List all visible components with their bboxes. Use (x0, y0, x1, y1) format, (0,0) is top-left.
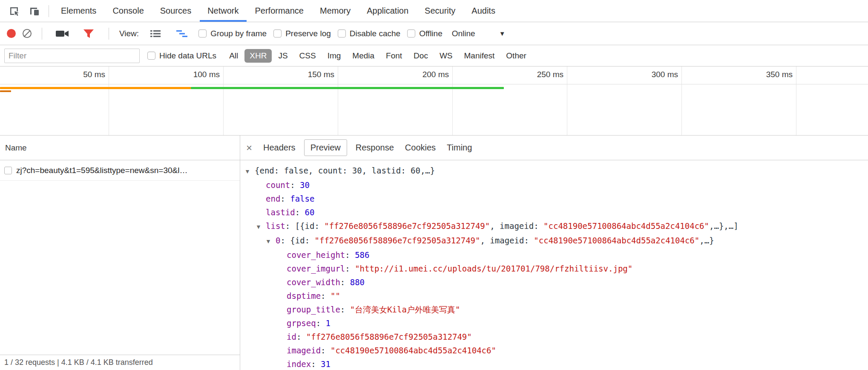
checkbox-icon (198, 29, 207, 38)
network-summary-bar: 1 / 32 requests | 4.1 KB / 4.1 KB transf… (0, 355, 240, 370)
tab-cookies[interactable]: Cookies (405, 140, 436, 156)
preview-line: count: 30 (240, 178, 868, 192)
summary-text: 1 / 32 requests | 4.1 KB / 4.1 KB transf… (4, 358, 153, 367)
tab-response[interactable]: Response (356, 140, 394, 156)
dropdown-caret-icon[interactable]: ▼ (499, 30, 506, 37)
preview-line: dsptime: "" (240, 289, 868, 303)
expander-icon[interactable]: ▼ (265, 234, 276, 248)
filter-other[interactable]: Other (501, 49, 532, 63)
json-key: end (266, 194, 280, 203)
preserve-log-checkbox[interactable]: Preserve log (273, 29, 331, 38)
tab-audits[interactable]: Audits (464, 0, 503, 22)
tab-application[interactable]: Application (359, 0, 416, 22)
overview-bar-small (0, 90, 11, 92)
filter-media[interactable]: Media (347, 49, 379, 63)
offline-checkbox[interactable]: Offline (407, 29, 443, 38)
list-view-icon (149, 29, 162, 39)
filter-doc[interactable]: Doc (408, 49, 433, 63)
json-plain: : (345, 264, 355, 273)
json-num: 30 (300, 180, 310, 190)
filter-css[interactable]: CSS (294, 49, 321, 63)
requests-list: zj?ch=beauty&t1=595&listtype=new&sn=30&l… (0, 160, 240, 355)
preview-tree: ▼{end: false, count: 30, lastid: 60,…}co… (240, 160, 868, 370)
json-str: "http://i1.umei.cc/uploads/tu/201701/798… (355, 264, 632, 273)
list-view-button[interactable] (146, 24, 165, 43)
json-key: cover_imgurl (287, 264, 345, 273)
filter-button[interactable] (79, 24, 98, 43)
filter-xhr[interactable]: XHR (244, 49, 272, 63)
tab-elements[interactable]: Elements (53, 0, 104, 22)
expander-icon[interactable]: ▼ (256, 220, 266, 234)
json-plain: , imageid: (490, 221, 543, 231)
overview-gridline (796, 66, 796, 135)
preview-line: cover_height: 586 (240, 248, 868, 262)
tab-security[interactable]: Security (417, 0, 463, 22)
checkbox-label: Hide data URLs (159, 51, 216, 61)
request-name: zj?ch=beauty&t1=595&listtype=new&sn=30&l… (16, 166, 187, 175)
json-key: cover_height (287, 250, 345, 260)
throttling-select[interactable]: Online (452, 29, 475, 38)
funnel-icon (83, 29, 94, 39)
request-block-checkbox[interactable] (4, 167, 12, 174)
request-details-panel: × Headers Preview Response Cookies Timin… (240, 136, 868, 370)
overview-gridline (452, 66, 453, 135)
checkbox-label: Disable cache (350, 29, 400, 38)
preview-line: group_title: "台湾美女Kila户外唯美写真" (240, 303, 868, 316)
json-str: "ff276e8056f58896e7cf92505a312749" (324, 221, 490, 231)
name-column-header[interactable]: Name (0, 136, 240, 160)
name-header-label: Name (5, 143, 27, 153)
tab-timing[interactable]: Timing (447, 140, 472, 156)
filter-js[interactable]: JS (273, 49, 293, 63)
clear-button[interactable] (23, 29, 32, 38)
network-overview[interactable]: 50 ms 100 ms 150 ms 200 ms 250 ms 300 ms… (0, 66, 868, 136)
checkbox-label: Preserve log (285, 29, 331, 38)
toolbar-separator (42, 28, 42, 40)
overview-tick-label: 50 ms (58, 70, 105, 79)
filter-ws[interactable]: WS (434, 49, 458, 63)
overview-tick-label: 250 ms (517, 70, 563, 79)
filter-input[interactable] (4, 49, 140, 63)
device-toolbar-button[interactable] (25, 1, 44, 21)
hide-data-urls-checkbox[interactable]: Hide data URLs (147, 51, 216, 61)
preview-line[interactable]: ▼0: {id: "ff276e8056f58896e7cf92505a3127… (240, 234, 868, 248)
json-bool: false (290, 194, 314, 203)
disable-cache-checkbox[interactable]: Disable cache (338, 29, 400, 38)
expander-icon[interactable]: ▼ (244, 165, 255, 178)
tab-performance[interactable]: Performance (247, 0, 312, 22)
tab-console[interactable]: Console (105, 0, 151, 22)
group-by-frame-checkbox[interactable]: Group by frame (198, 29, 267, 38)
json-plain: : (295, 208, 305, 217)
json-num: 586 (355, 250, 369, 260)
overview-gridline (338, 66, 338, 135)
json-plain: : (290, 180, 300, 190)
json-key: lastid (266, 208, 295, 217)
tab-sources[interactable]: Sources (152, 0, 199, 22)
overview-gridline (567, 66, 567, 135)
preview-line[interactable]: ▼{end: false, count: 30, lastid: 60,…} (240, 164, 868, 178)
device-toolbar-icon (29, 5, 40, 17)
preview-line[interactable]: ▼list: [{id: "ff276e8056f58896e7cf92505a… (240, 219, 868, 234)
json-num: 31 (321, 359, 331, 369)
json-key: cover_width (287, 278, 340, 287)
filter-font[interactable]: Font (381, 49, 407, 63)
request-row[interactable]: zj?ch=beauty&t1=595&listtype=new&sn=30&l… (0, 160, 240, 181)
capture-screenshots-button[interactable] (52, 24, 72, 43)
checkbox-label: Offline (419, 29, 443, 38)
checkbox-icon (338, 29, 346, 38)
overview-gridline (681, 66, 682, 135)
filter-img[interactable]: Img (322, 49, 346, 63)
checkbox-label: Group by frame (210, 29, 267, 38)
record-button[interactable] (7, 29, 16, 38)
inspect-element-button[interactable] (4, 1, 24, 21)
tab-preview[interactable]: Preview (304, 139, 347, 156)
tab-memory[interactable]: Memory (312, 0, 358, 22)
filter-all[interactable]: All (224, 49, 243, 63)
json-str: "cc48190e57100864abc4d55a2c4104c6" (331, 346, 496, 355)
close-details-button[interactable]: × (246, 143, 252, 153)
tab-headers[interactable]: Headers (263, 140, 296, 156)
overview-toggle-button[interactable] (172, 24, 192, 43)
tab-network[interactable]: Network (200, 0, 246, 22)
preview-line: grpseq: 1 (240, 316, 868, 330)
json-str: "ff276e8056f58896e7cf92505a312749" (315, 236, 480, 245)
filter-manifest[interactable]: Manifest (459, 49, 500, 63)
